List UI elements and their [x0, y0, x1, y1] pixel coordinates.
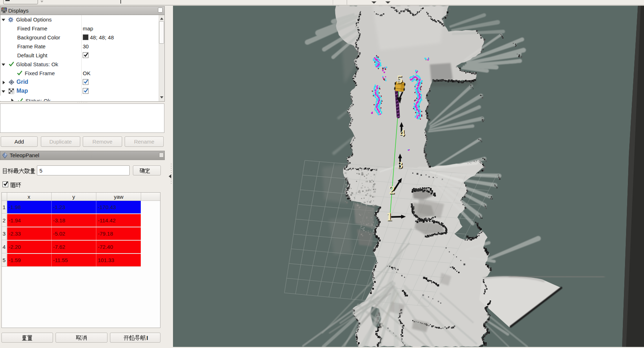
svg-text:2: 2	[389, 183, 395, 196]
svg-text:4: 4	[400, 127, 405, 138]
svg-text:3: 3	[398, 159, 403, 170]
svg-text:1: 1	[386, 210, 392, 223]
svg-text:5: 5	[397, 73, 403, 86]
svg-text:!: !	[146, 335, 148, 341]
